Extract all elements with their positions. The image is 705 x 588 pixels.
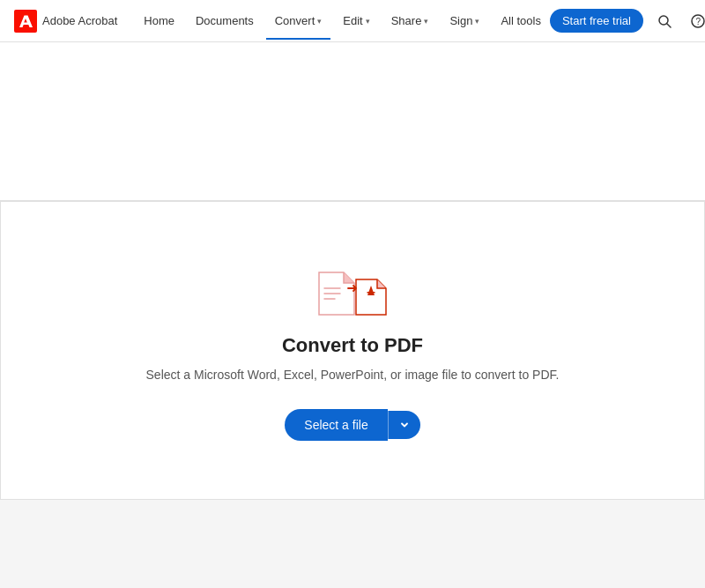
select-file-group: Select a file <box>285 409 419 441</box>
navbar: Adobe Acrobat Home Documents Convert ▾ E… <box>0 0 705 42</box>
nav-actions: Start free trial ? A <box>550 9 705 33</box>
select-file-button[interactable]: Select a file <box>285 409 387 441</box>
nav-home[interactable]: Home <box>135 2 183 40</box>
convert-chevron-icon: ▾ <box>317 17 322 26</box>
help-icon: ? <box>691 14 705 28</box>
svg-text:?: ? <box>695 17 701 26</box>
convert-arrow-icon <box>345 281 360 295</box>
brand-logo[interactable]: Adobe Acrobat <box>14 10 117 33</box>
top-section <box>0 42 705 201</box>
nav-all-tools[interactable]: All tools <box>492 2 550 40</box>
help-button[interactable]: ? <box>686 9 705 33</box>
nav-convert[interactable]: Convert ▾ <box>266 2 331 40</box>
search-button[interactable] <box>652 9 677 33</box>
start-trial-button[interactable]: Start free trial <box>550 9 643 33</box>
svg-line-2 <box>667 24 671 27</box>
search-icon <box>657 14 672 28</box>
nav-share[interactable]: Share ▾ <box>382 2 438 40</box>
svg-rect-5 <box>367 292 375 294</box>
convert-icon-area <box>317 260 388 316</box>
nav-sign[interactable]: Sign ▾ <box>441 2 488 40</box>
edit-chevron-icon: ▾ <box>366 17 370 26</box>
dropdown-chevron-icon <box>399 420 410 430</box>
nav-links: Home Documents Convert ▾ Edit ▾ Share ▾ … <box>135 2 550 40</box>
nav-documents[interactable]: Documents <box>187 2 263 40</box>
brand-name: Adobe Acrobat <box>42 14 117 27</box>
convert-title: Convert to PDF <box>282 334 423 357</box>
bottom-section <box>0 500 705 588</box>
share-chevron-icon: ▾ <box>424 17 428 26</box>
convert-card: Convert to PDF Select a Microsoft Word, … <box>111 216 595 485</box>
nav-edit[interactable]: Edit ▾ <box>334 2 378 40</box>
select-file-dropdown-button[interactable] <box>388 411 420 439</box>
svg-rect-0 <box>14 10 37 33</box>
convert-description: Select a Microsoft Word, Excel, PowerPoi… <box>146 366 560 384</box>
adobe-logo-icon <box>14 10 37 33</box>
main-content: Convert to PDF Select a Microsoft Word, … <box>0 42 705 588</box>
sign-chevron-icon: ▾ <box>475 17 479 26</box>
convert-section: Convert to PDF Select a Microsoft Word, … <box>0 201 705 500</box>
